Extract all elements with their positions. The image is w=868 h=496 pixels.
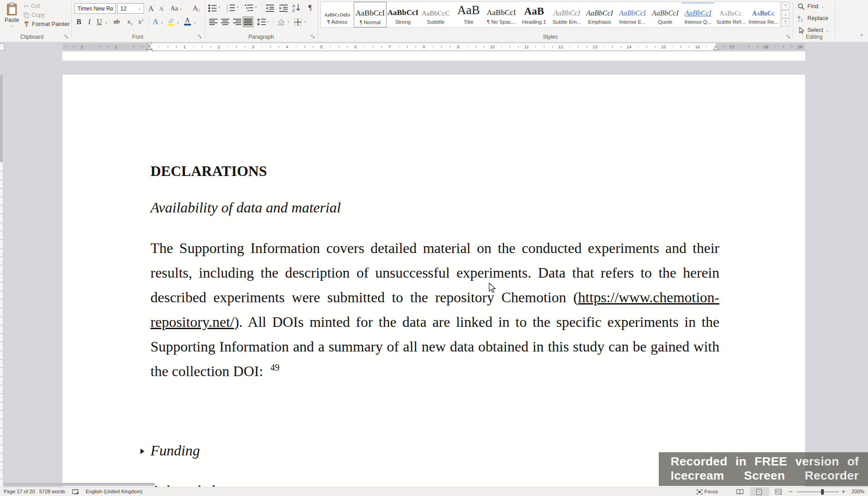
font-dialog-launcher[interactable] xyxy=(197,34,202,39)
font-name-combo[interactable]: Times New Ro ⌄ xyxy=(74,3,116,14)
paste-button[interactable]: Paste ⌄ xyxy=(2,1,22,30)
style-item-title[interactable]: AaBTitle xyxy=(452,2,485,27)
styles-scroll-up-button[interactable]: ⌃ xyxy=(781,2,790,10)
find-button[interactable]: Find ⌄ xyxy=(798,2,824,11)
justify-button[interactable] xyxy=(243,16,253,27)
style-item-intense-e[interactable]: AaBbCcIIntense E... xyxy=(616,2,649,27)
collapse-ribbon-button[interactable]: ⌃ xyxy=(857,33,866,40)
font-color-button[interactable]: A xyxy=(183,17,192,26)
align-right-button[interactable] xyxy=(233,18,241,27)
numbering-button[interactable]: 1 2 3 xyxy=(226,4,235,14)
line-spacing-button[interactable] xyxy=(257,18,266,27)
page[interactable]: DECLARATIONS Availability of data and ma… xyxy=(62,75,805,487)
focus-button[interactable]: Focus xyxy=(704,489,718,494)
style-item-intense-re[interactable]: AaBbCcIntense Re... xyxy=(747,2,780,27)
language-indicator[interactable]: English (United Kingdom) xyxy=(86,489,143,494)
zoom-level[interactable]: 200% xyxy=(852,489,864,494)
show-marks-button[interactable]: ¶ xyxy=(306,3,314,13)
multilevel-list-button[interactable] xyxy=(244,4,253,14)
style-item-quote[interactable]: AaBbCcIQuote xyxy=(649,2,682,27)
zoom-out-button[interactable]: − xyxy=(789,488,792,495)
expand-triangle-icon[interactable] xyxy=(140,449,145,454)
zoom-slider-track[interactable] xyxy=(797,491,839,492)
font-size-chevron-icon: ⌄ xyxy=(138,6,141,10)
styles-more-button[interactable]: ≡⌄ xyxy=(781,18,790,26)
horizontal-scrollbar-thumb[interactable] xyxy=(4,483,155,486)
borders-button[interactable] xyxy=(294,18,302,28)
style-label: Intense Re... xyxy=(747,19,780,25)
subscript-button[interactable]: x2 xyxy=(125,17,134,26)
zoom-slider-thumb[interactable] xyxy=(821,489,824,495)
style-item-subtitle[interactable]: AaBbCcCSubtitle xyxy=(419,2,452,27)
text-run: 49 xyxy=(270,362,279,372)
decrease-indent-button[interactable] xyxy=(265,4,274,14)
format-painter-button[interactable]: Format Painter xyxy=(24,20,70,28)
style-item-heading-1[interactable]: AaBHeading 1 xyxy=(518,2,551,27)
superscript-button[interactable]: x2 xyxy=(136,17,145,26)
paragraph-dialog-launcher[interactable] xyxy=(310,34,315,39)
select-button[interactable]: Select ⌄ xyxy=(798,26,829,35)
style-item-subtle-em[interactable]: AaBbCcISubtle Em... xyxy=(550,2,583,27)
style-item-adress[interactable]: AaBbCcDdEe¶ Adress xyxy=(321,2,354,27)
horizontal-ruler[interactable]: 2112345678910111213141516171819 xyxy=(62,43,805,50)
font-color-chevron-icon[interactable]: ⌄ xyxy=(192,18,197,26)
underline-chevron-icon[interactable]: ⌄ xyxy=(104,18,108,26)
font-size-combo[interactable]: 12 ⌄ xyxy=(117,3,144,14)
highlight-chevron-icon[interactable]: ⌄ xyxy=(176,18,180,26)
shading-button[interactable] xyxy=(277,18,286,28)
replace-button[interactable]: bc Replace xyxy=(798,14,828,23)
word-count[interactable]: 5728 words xyxy=(39,489,65,494)
sort-button[interactable]: A Z xyxy=(292,3,303,13)
bullets-chevron-icon[interactable]: ⌄ xyxy=(218,5,221,9)
hyperlink[interactable]: https://www.chemotion- xyxy=(578,289,719,305)
style-item-intense-q[interactable]: AaBbCcIIntense Q... xyxy=(682,2,714,27)
align-center-button[interactable] xyxy=(221,18,229,27)
text-run: results, including the description of un… xyxy=(150,264,719,281)
format-painter-label: Format Painter xyxy=(32,21,70,27)
multilevel-chevron-icon[interactable]: ⌄ xyxy=(254,5,258,9)
vertical-ruler[interactable] xyxy=(0,75,3,487)
style-item-no-spac[interactable]: AaBbCcI¶ No Spac... xyxy=(485,2,518,27)
style-label: Subtle Ref... xyxy=(714,19,747,25)
style-item-strong[interactable]: AaBbCcIStrong xyxy=(387,2,419,27)
style-item-emphasis[interactable]: AaBbCcIEmphasis xyxy=(583,2,616,27)
clipboard-dialog-launcher[interactable] xyxy=(64,34,69,39)
page-indicator[interactable]: Page 17 of 20 xyxy=(4,489,35,494)
tab-selector[interactable] xyxy=(0,43,5,51)
numbering-chevron-icon[interactable]: ⌄ xyxy=(236,5,239,9)
web-layout-icon[interactable] xyxy=(775,489,782,495)
shading-chevron-icon[interactable]: ⌄ xyxy=(287,19,290,23)
italic-button[interactable]: I xyxy=(86,17,93,26)
style-item-subtle-ref[interactable]: AaBbCcSubtle Ref... xyxy=(714,2,747,27)
justify-icon xyxy=(244,18,252,26)
style-sample: AaBbCcI xyxy=(485,3,518,17)
cut-button[interactable]: ✂ Cut xyxy=(24,2,40,10)
zoom-in-button[interactable]: + xyxy=(842,488,845,495)
clear-formatting-button[interactable]: A◇ xyxy=(191,3,202,14)
align-left-button[interactable] xyxy=(209,18,217,27)
find-icon xyxy=(798,3,805,10)
bullets-button[interactable] xyxy=(208,4,217,14)
document-paragraph[interactable]: The Supporting Information covers detail… xyxy=(150,236,719,383)
underline-button[interactable]: U xyxy=(96,17,103,26)
text-effects-chevron-icon[interactable]: ⌄ xyxy=(160,18,164,26)
styles-scroll-down-button[interactable]: ⌄ xyxy=(781,10,790,18)
style-item-normal[interactable]: AaBbCcI¶ Normal xyxy=(354,2,387,27)
line-spacing-chevron-icon[interactable]: ⌄ xyxy=(267,19,270,23)
read-mode-icon[interactable] xyxy=(736,489,744,495)
shrink-font-button[interactable]: Aˇ xyxy=(158,3,167,14)
hyperlink[interactable]: repository.net/ xyxy=(150,314,234,330)
copy-button[interactable]: Copy xyxy=(24,11,45,19)
change-case-button[interactable]: Aa⌄ xyxy=(169,3,184,14)
text-effects-button[interactable]: A xyxy=(151,17,160,26)
increase-indent-button[interactable] xyxy=(279,4,288,14)
line-spacing-icon xyxy=(257,18,266,26)
proofing-icon[interactable] xyxy=(72,489,79,495)
right-indent-marker[interactable] xyxy=(713,46,719,50)
borders-chevron-icon[interactable]: ⌄ xyxy=(304,19,307,23)
bold-button[interactable]: B xyxy=(75,17,83,26)
print-layout-icon xyxy=(756,489,762,495)
highlight-button[interactable] xyxy=(166,17,175,26)
strikethrough-button[interactable]: ab xyxy=(111,17,122,26)
grow-font-button[interactable]: Aˆ xyxy=(147,3,157,14)
